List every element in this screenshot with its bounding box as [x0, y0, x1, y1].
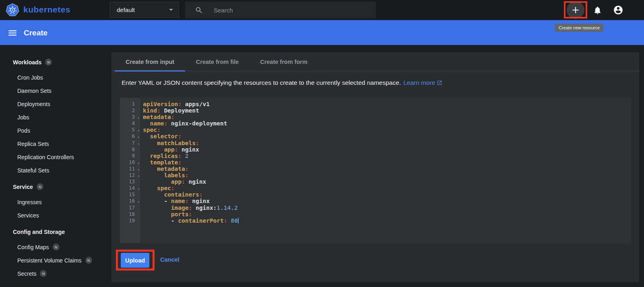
sidebar-item-label: Ingresses — [17, 199, 42, 205]
code-token: - — [143, 198, 171, 204]
sidebar-item-jobs[interactable]: Jobs — [0, 111, 111, 124]
code-line-3[interactable]: 3▾metadata: — [120, 114, 631, 120]
yaml-code-editor[interactable]: 1apiVersion: apps/v12kind: Deployment3▾m… — [120, 98, 631, 243]
tab-create-from-input[interactable]: Create from input — [115, 52, 185, 71]
tab-label: Create from input — [126, 59, 174, 65]
sidebar-item-config-maps[interactable]: Config MapsN — [0, 240, 111, 254]
code-token: : — [224, 217, 227, 224]
code-token — [143, 140, 157, 146]
code-line-1[interactable]: 1apiVersion: apps/v1 — [120, 101, 631, 107]
code-line-9[interactable]: 9 replicas: 2 — [120, 153, 631, 159]
code-token: name — [171, 198, 185, 204]
code-line-11[interactable]: 11▾ metadata: — [120, 166, 631, 172]
sidebar-item-services[interactable]: Services — [0, 209, 111, 222]
search-bar[interactable] — [185, 2, 376, 18]
create-new-resource-button[interactable] — [567, 1, 584, 19]
code-line-19[interactable]: 19 - containerPort: 80 — [120, 217, 631, 224]
kubernetes-logo-icon[interactable] — [6, 3, 19, 17]
code-token — [143, 120, 150, 127]
plus-icon — [570, 5, 581, 15]
tab-create-from-file[interactable]: Create from file — [185, 52, 250, 71]
code-token: Deployment — [161, 107, 199, 114]
code-line-10[interactable]: 10▾ template: — [120, 159, 631, 166]
code-token: : — [157, 127, 161, 133]
tab-bar: Create from inputCreate from fileCreate … — [111, 52, 639, 71]
menu-icon[interactable] — [7, 28, 18, 37]
line-number: 18 — [120, 211, 140, 217]
code-token: : — [178, 101, 182, 107]
code-line-5[interactable]: 5▾spec: — [120, 127, 631, 133]
code-line-12[interactable]: 12▾ labels: — [120, 172, 631, 178]
sidebar-item-stateful-sets[interactable]: Stateful Sets — [0, 164, 111, 177]
code-token: metadata — [143, 114, 171, 120]
code-content: spec: — [140, 185, 175, 191]
code-token: : — [178, 133, 182, 139]
learn-more-link[interactable]: Learn more — [403, 79, 435, 86]
code-token: matchLabels — [157, 140, 196, 146]
code-token: 1.14.2 — [217, 205, 237, 211]
code-token — [143, 191, 164, 198]
code-token — [143, 133, 150, 139]
code-content: selector: — [140, 133, 182, 139]
code-content: template: — [140, 159, 182, 166]
code-token: : — [189, 211, 192, 217]
sidebar-item-deployments[interactable]: Deployments — [0, 97, 111, 111]
namespace-selector[interactable]: default — [110, 2, 179, 18]
cancel-button[interactable]: Cancel — [160, 256, 180, 263]
code-line-7[interactable]: 7▾ matchLabels: — [120, 140, 631, 146]
code-token: template — [150, 159, 178, 166]
tab-create-from-form[interactable]: Create from form — [250, 52, 318, 71]
code-token: : — [157, 107, 161, 114]
code-line-13[interactable]: 13 app: nginx — [120, 178, 631, 185]
sidebar-section-workloads[interactable]: WorkloadsN — [0, 55, 111, 69]
code-line-18[interactable]: 18 ports: — [120, 211, 631, 217]
notifications-button[interactable] — [588, 1, 606, 19]
code-line-2[interactable]: 2kind: Deployment — [120, 107, 631, 114]
code-token: : — [199, 191, 203, 198]
code-token: nginx-deployment — [167, 120, 227, 127]
sidebar-item-ingresses[interactable]: Ingresses — [0, 195, 111, 209]
line-number: 12▾ — [120, 172, 140, 178]
code-content: metadata: — [140, 114, 175, 120]
upload-button[interactable]: Upload — [121, 253, 149, 268]
sidebar-section-service[interactable]: ServiceN — [0, 180, 111, 193]
account-button[interactable] — [609, 1, 627, 19]
code-line-8[interactable]: 8 app: nginx — [120, 146, 631, 153]
namespaced-badge: N — [40, 270, 47, 277]
code-line-4[interactable]: 4 name: nginx-deployment — [120, 120, 631, 127]
sidebar-item-pods[interactable]: Pods — [0, 124, 111, 137]
line-number: 16▾ — [120, 198, 140, 204]
line-number: 11▾ — [120, 166, 140, 172]
code-line-6[interactable]: 6▾ selector: — [120, 133, 631, 139]
brand-title: kubernetes — [23, 5, 70, 14]
sidebar-section-config-and-storage[interactable]: Config and Storage — [0, 225, 111, 238]
code-content: metadata: — [140, 166, 189, 172]
sidebar-item-daemon-sets[interactable]: Daemon Sets — [0, 84, 111, 97]
code-token: : — [185, 172, 189, 178]
sidebar-item-replica-sets[interactable]: Replica Sets — [0, 137, 111, 150]
code-line-17[interactable]: 17 image: nginx:1.14.2 — [120, 205, 631, 211]
code-line-14[interactable]: 14▾ spec: — [120, 185, 631, 191]
code-content: kind: Deployment — [140, 107, 199, 114]
line-number: 5▾ — [120, 127, 140, 133]
code-token — [143, 166, 157, 172]
sidebar-item-replication-controllers[interactable]: Replication Controllers — [0, 150, 111, 164]
sidebar-item-cron-jobs[interactable]: Cron Jobs — [0, 71, 111, 84]
code-token: spec — [157, 185, 171, 191]
code-content: - name: nginx — [140, 198, 210, 204]
line-number: 6▾ — [120, 133, 140, 139]
code-content: labels: — [140, 172, 189, 178]
text-cursor — [238, 218, 239, 223]
code-line-16[interactable]: 16▾ - name: nginx — [120, 198, 631, 204]
code-token: nginx: — [192, 205, 217, 211]
code-token — [143, 211, 171, 217]
sidebar-item-label: Persistent Volume Claims — [17, 257, 82, 264]
sidebar-item-secrets[interactable]: SecretsN — [0, 267, 111, 280]
sidebar-item-persistent-volume-claims[interactable]: Persistent Volume ClaimsN — [0, 254, 111, 267]
search-input[interactable] — [214, 7, 351, 14]
code-token: metadata — [157, 166, 185, 172]
code-line-15[interactable]: 15 containers: — [120, 191, 631, 198]
line-number: 15 — [120, 191, 140, 198]
sidebar-item-label: Replica Sets — [17, 141, 49, 147]
code-content: containers: — [140, 191, 202, 198]
